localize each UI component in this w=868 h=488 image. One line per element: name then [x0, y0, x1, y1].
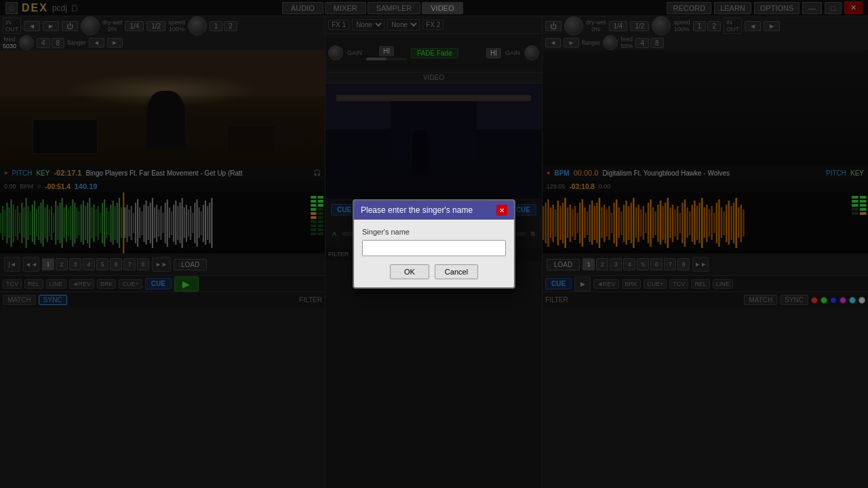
- modal-buttons: OK Cancel: [362, 264, 506, 279]
- modal-ok-button[interactable]: OK: [390, 264, 429, 279]
- modal-singer-label: Singer's name: [362, 228, 506, 236]
- modal-title-bar: Please enter the singer's name ✕: [354, 201, 514, 220]
- modal-overlay: Please enter the singer's name ✕ Singer'…: [0, 0, 868, 488]
- modal-singer-input[interactable]: [362, 240, 506, 256]
- singer-name-dialog: Please enter the singer's name ✕ Singer'…: [353, 199, 515, 289]
- modal-cancel-button[interactable]: Cancel: [435, 264, 478, 279]
- modal-body: Singer's name OK Cancel: [354, 220, 514, 287]
- modal-close-button[interactable]: ✕: [496, 205, 507, 216]
- modal-title-text: Please enter the singer's name: [361, 205, 473, 215]
